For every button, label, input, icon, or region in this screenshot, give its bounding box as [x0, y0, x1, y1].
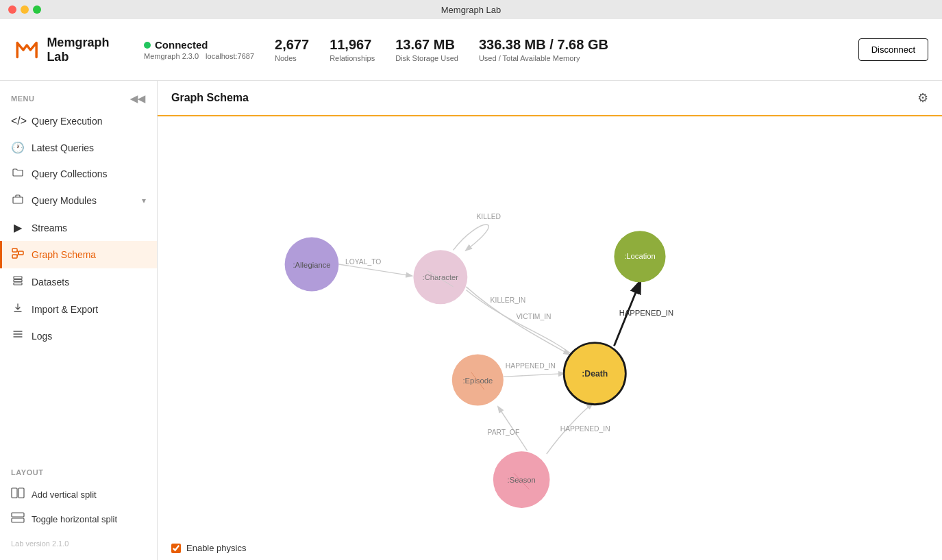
nodes-value: 2,677	[275, 37, 309, 53]
sidebar-item-datasets[interactable]: Datasets	[0, 268, 157, 296]
edge-label-killer-in: KILLER_IN	[491, 296, 526, 304]
disk-storage-stat: 13.67 MB Disk Storage Used	[395, 37, 458, 62]
svg-rect-4	[12, 255, 17, 258]
sidebar-item-import-export[interactable]: Import & Export	[0, 296, 157, 323]
sidebar-item-logs[interactable]: Logs	[0, 323, 157, 349]
sidebar-item-latest-queries[interactable]: 🕐 Latest Queries	[0, 134, 157, 161]
svg-rect-14	[18, 488, 24, 498]
sidebar-label-logs: Logs	[32, 331, 146, 342]
svg-rect-13	[12, 488, 17, 498]
horizontal-split-icon	[11, 512, 25, 526]
sidebar-label-query-execution: Query Execution	[32, 116, 146, 127]
logo-area: Memgraph Lab	[14, 35, 123, 65]
vertical-split-icon	[11, 487, 25, 501]
memory-label: Used / Total Available Memory	[479, 54, 608, 62]
collapse-sidebar-icon[interactable]: ◀◀	[130, 93, 146, 104]
edge-label-loyal-to: LOYAL_TO	[345, 258, 381, 266]
settings-button[interactable]: ⚙	[917, 90, 928, 105]
add-vertical-split-label: Add vertical split	[32, 489, 97, 500]
svg-rect-9	[14, 283, 22, 285]
datasets-icon	[11, 275, 25, 289]
connection-status: Connected Memgraph 2.3.0 localhost:7687	[144, 39, 254, 60]
clock-icon: 🕐	[11, 141, 25, 154]
sidebar: MENU ◀◀ </> Query Execution 🕐 Latest Que…	[0, 81, 158, 560]
maximize-button[interactable]	[33, 5, 41, 14]
svg-rect-8	[14, 280, 22, 282]
app-container: Memgraph Lab Connected Memgraph 2.3.0 lo…	[0, 19, 942, 560]
app-logo	[14, 35, 40, 65]
svg-rect-15	[12, 513, 24, 517]
sidebar-item-query-modules[interactable]: Query Modules ▾	[0, 187, 157, 214]
chevron-down-icon: ▾	[142, 196, 146, 205]
graph-canvas[interactable]: LOYAL_TO KILLED VICTIM_IN HAPPENED_IN KI…	[158, 116, 942, 560]
physics-row: Enable physics	[171, 543, 246, 553]
svg-rect-1	[13, 197, 23, 203]
sidebar-label-graph-schema: Graph Schema	[32, 249, 146, 260]
host-address: localhost:7687	[206, 52, 254, 60]
sidebar-label-datasets: Datasets	[32, 277, 146, 288]
svg-rect-16	[12, 518, 24, 522]
node-label-season: :Season	[508, 476, 536, 484]
node-label-allegiance: :Allegiance	[293, 261, 330, 269]
content-header: Graph Schema ⚙	[158, 81, 942, 116]
edge-label-victim-in: VICTIM_IN	[516, 313, 551, 320]
app-name: Memgraph Lab	[47, 36, 123, 64]
import-export-icon	[11, 303, 25, 316]
edge-label-part-of: PART_OF	[488, 429, 520, 436]
code-icon: </>	[11, 115, 25, 127]
toggle-horizontal-split-label: Toggle horizontal split	[32, 514, 117, 524]
edge-label-happened-in2: HAPPENED_IN	[506, 362, 556, 370]
traffic-lights	[8, 5, 41, 14]
node-label-location: :Location	[624, 252, 656, 260]
add-vertical-split-item[interactable]: Add vertical split	[11, 482, 146, 507]
relationships-stat: 11,967 Relationships	[330, 37, 375, 62]
disk-storage-value: 13.67 MB	[395, 37, 458, 53]
graph-schema-icon	[11, 248, 25, 262]
minimize-button[interactable]	[21, 5, 29, 14]
edge-label-killed: KILLED	[476, 213, 501, 220]
sidebar-item-streams[interactable]: ▶ Streams	[0, 214, 157, 241]
window-title: Memgraph Lab	[441, 5, 501, 15]
physics-checkbox[interactable]	[171, 544, 181, 553]
sidebar-label-query-modules: Query Modules	[32, 195, 135, 206]
main-layout: MENU ◀◀ </> Query Execution 🕐 Latest Que…	[0, 81, 942, 560]
menu-label: MENU ◀◀	[0, 88, 157, 108]
page-title: Graph Schema	[171, 92, 249, 104]
nodes-stat: 2,677 Nodes	[275, 37, 309, 62]
sidebar-label-latest-queries: Latest Queries	[32, 142, 146, 153]
sidebar-label-streams: Streams	[32, 222, 146, 233]
sidebar-item-query-collections[interactable]: Query Collections	[0, 161, 157, 187]
memgraph-version: Memgraph 2.3.0	[144, 52, 199, 60]
node-label-character: :Character	[423, 273, 459, 281]
memory-stat: 336.38 MB / 7.68 GB Used / Total Availab…	[479, 37, 608, 62]
logs-icon	[11, 330, 25, 342]
edge-loyal-to	[338, 264, 411, 276]
folder-icon	[11, 168, 25, 180]
close-button[interactable]	[8, 5, 16, 14]
content-area: Graph Schema ⚙ LOYAL_TO KILLED VICTIM_IN	[158, 81, 942, 560]
version-label: Lab version 2.1.0	[0, 534, 157, 553]
play-icon: ▶	[11, 221, 25, 234]
sidebar-item-query-execution[interactable]: </> Query Execution	[0, 108, 157, 134]
svg-rect-7	[14, 277, 22, 279]
physics-label[interactable]: Enable physics	[186, 543, 246, 553]
sidebar-label-import-export: Import & Export	[32, 304, 146, 315]
edge-killed	[454, 225, 489, 250]
toggle-horizontal-split-item[interactable]: Toggle horizontal split	[11, 507, 146, 531]
disk-storage-label: Disk Storage Used	[395, 54, 458, 62]
svg-rect-3	[18, 251, 23, 255]
node-label-death: :Death	[582, 369, 608, 379]
status-dot	[144, 42, 151, 49]
title-bar: Memgraph Lab	[0, 0, 942, 19]
header: Memgraph Lab Connected Memgraph 2.3.0 lo…	[0, 19, 942, 81]
sidebar-label-query-collections: Query Collections	[32, 168, 146, 179]
layout-section: LAYOUT Add vertical split	[0, 461, 157, 534]
status-label: Connected	[155, 39, 208, 51]
edge-happened-in-episode-death	[504, 374, 564, 377]
sidebar-item-graph-schema[interactable]: Graph Schema	[0, 241, 157, 268]
disconnect-button[interactable]: Disconnect	[858, 38, 928, 61]
relationships-label: Relationships	[330, 54, 375, 62]
nodes-label: Nodes	[275, 54, 309, 62]
relationships-value: 11,967	[330, 37, 375, 53]
memory-value: 336.38 MB / 7.68 GB	[479, 37, 608, 53]
